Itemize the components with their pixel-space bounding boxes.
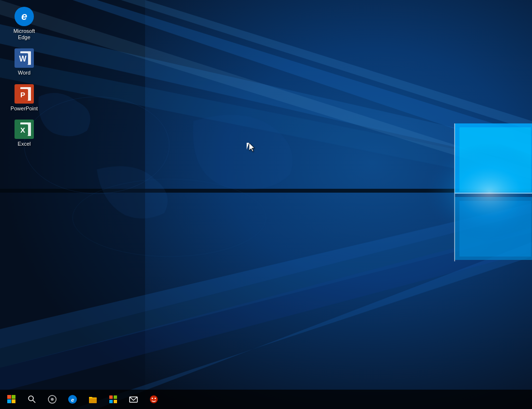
ppt-icon-img: P — [15, 84, 34, 104]
powerpoint-desktop-icon[interactable]: P PowerPoint — [5, 82, 44, 114]
svg-rect-20 — [0, 0, 532, 409]
edge-taskbar-icon: e — [68, 395, 77, 404]
word-desktop-icon[interactable]: W Word — [5, 46, 44, 78]
svg-rect-35 — [7, 395, 11, 399]
desktop-icons: e Microsoft Edge W Word — [5, 5, 44, 149]
svg-rect-38 — [12, 399, 15, 403]
edge-icon-img: e — [15, 7, 34, 26]
search-button[interactable] — [22, 391, 42, 408]
excel-icon-img: X — [15, 120, 34, 139]
svg-point-39 — [29, 396, 33, 401]
excel-desktop-icon[interactable]: X Excel — [5, 118, 44, 149]
app-button[interactable] — [144, 391, 163, 408]
svg-text:e: e — [21, 10, 27, 22]
file-explorer-button[interactable] — [83, 391, 103, 408]
ppt-icon-label: PowerPoint — [11, 106, 38, 112]
svg-text:P: P — [20, 91, 25, 99]
app-icon — [149, 395, 158, 404]
excel-icon-label: Excel — [18, 141, 31, 147]
edge-icon-label: Microsoft Edge — [14, 28, 35, 41]
edge-taskbar-button[interactable]: e — [63, 391, 82, 408]
word-label: Word — [18, 70, 30, 76]
svg-rect-36 — [12, 395, 15, 399]
search-icon — [28, 395, 36, 403]
svg-rect-46 — [109, 395, 113, 399]
svg-rect-49 — [114, 400, 117, 403]
mail-icon — [129, 395, 138, 404]
cortana-button[interactable] — [43, 391, 62, 408]
start-button[interactable] — [2, 391, 21, 408]
svg-line-40 — [33, 400, 35, 403]
edge-label-line2: Edge — [18, 34, 30, 40]
word-icon-img: W — [15, 48, 34, 68]
edge-desktop-icon[interactable]: e Microsoft Edge — [5, 5, 44, 43]
svg-text:W: W — [19, 55, 27, 63]
excel-label: Excel — [18, 141, 31, 147]
svg-point-42 — [51, 398, 54, 401]
wallpaper — [0, 0, 532, 409]
svg-point-53 — [155, 398, 156, 399]
file-explorer-icon — [89, 395, 97, 404]
taskbar: e — [0, 390, 532, 409]
ppt-label: PowerPoint — [11, 106, 38, 111]
svg-text:e: e — [71, 397, 74, 403]
cortana-icon — [48, 395, 57, 404]
word-icon-label: Word — [18, 70, 30, 76]
windows-logo-icon — [7, 395, 16, 404]
edge-label-line1: Microsoft — [14, 28, 35, 34]
svg-rect-37 — [7, 399, 11, 403]
mail-button[interactable] — [124, 391, 143, 408]
svg-rect-48 — [109, 400, 113, 403]
desktop: e Microsoft Edge W Word — [0, 0, 532, 409]
store-button[interactable] — [103, 391, 123, 408]
svg-text:X: X — [20, 126, 25, 134]
svg-point-52 — [152, 398, 153, 399]
svg-rect-47 — [114, 395, 117, 399]
svg-point-51 — [150, 395, 158, 403]
store-icon — [109, 395, 118, 404]
